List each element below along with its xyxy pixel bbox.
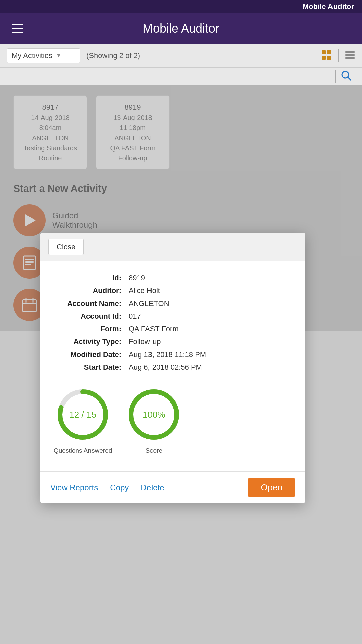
svg-line-8 [348,77,351,80]
table-row: Account Name:ANGLETON [54,298,291,310]
list-view-icon[interactable] [345,50,355,62]
questions-answered-value: 12 / 15 [69,410,96,420]
field-key: Auditor: [54,285,125,297]
table-row: Modified Date:Aug 13, 2018 11:18 PM [54,348,291,361]
field-key: Activity Type: [54,336,125,348]
table-row: Auditor:Alice Holt [54,285,291,297]
table-row: Start Date:Aug 6, 2018 02:56 PM [54,361,291,373]
field-key: Account Id: [54,310,125,322]
grid-view-icon[interactable] [321,50,332,62]
score-value: 100% [143,410,165,420]
table-row: Account Id:017 [54,310,291,322]
svg-rect-0 [322,50,326,54]
field-value: 017 [125,310,291,322]
toolbar: My Activities ▼ (Showing 2 of 2) [0,44,362,68]
score-chart: 100% Score [125,386,182,454]
top-nav: Mobile Auditor [0,13,362,44]
svg-rect-6 [345,57,355,59]
field-value: Aug 13, 2018 11:18 PM [125,348,291,361]
search-icon[interactable] [341,70,352,83]
field-value: 8919 [125,272,291,284]
search-bar [0,68,362,85]
score-label: Score [145,447,162,454]
filter-dropdown[interactable]: My Activities ▼ [7,48,80,63]
table-row: Activity Type:Follow-up [54,336,291,348]
main-content: 8917 14-Aug-2018 8:04am ANGLETON Testing… [0,85,362,331]
svg-rect-2 [322,56,326,60]
questions-answered-label: Questions Answered [54,447,112,454]
toolbar-divider [338,49,339,62]
showing-text: (Showing 2 of 2) [86,51,140,60]
close-button[interactable]: Close [48,239,84,255]
field-value: Follow-up [125,336,291,348]
field-key: Id: [54,272,125,284]
field-key: Start Date: [54,361,125,373]
svg-rect-4 [345,51,355,53]
toolbar-right [321,49,355,62]
field-key: Modified Date: [54,348,125,361]
copy-button[interactable]: Copy [110,483,129,492]
status-bar: Mobile Auditor [0,0,362,13]
table-row: Form:QA FAST Form [54,323,291,335]
score-donut: 100% [125,386,182,443]
field-key: Account Name: [54,298,125,310]
hamburger-menu[interactable] [12,24,23,33]
questions-answered-chart: 12 / 15 Questions Answered [54,386,112,454]
svg-rect-5 [345,54,355,56]
questions-donut: 12 / 15 [54,386,111,443]
footer-links: View Reports Copy Delete [50,483,164,492]
info-table: Id:8919Auditor:Alice HoltAccount Name:AN… [54,271,292,374]
field-value: Aug 6, 2018 02:56 PM [125,361,291,373]
table-row: Id:8919 [54,272,291,284]
svg-rect-3 [327,56,331,60]
modal-header: Close [40,233,305,261]
field-value: ANGLETON [125,298,291,310]
nav-title: Mobile Auditor [143,21,219,36]
field-key: Form: [54,323,125,335]
field-value: Alice Holt [125,285,291,297]
modal-footer: View Reports Copy Delete Open [40,471,305,503]
view-reports-button[interactable]: View Reports [50,483,98,492]
chevron-down-icon: ▼ [56,52,62,59]
field-value: QA FAST Form [125,323,291,335]
charts-row: 12 / 15 Questions Answered 100% Scor [54,386,292,454]
status-bar-title: Mobile Auditor [303,2,354,11]
open-button[interactable]: Open [248,478,295,497]
modal-body: Id:8919Auditor:Alice HoltAccount Name:AN… [40,261,305,471]
footer-right: Open [248,478,295,497]
search-divider [335,70,336,83]
delete-button[interactable]: Delete [141,483,164,492]
activity-modal: Close Id:8919Auditor:Alice HoltAccount N… [40,233,305,503]
svg-point-7 [342,71,349,78]
svg-rect-1 [327,50,331,54]
filter-label: My Activities [12,51,52,60]
